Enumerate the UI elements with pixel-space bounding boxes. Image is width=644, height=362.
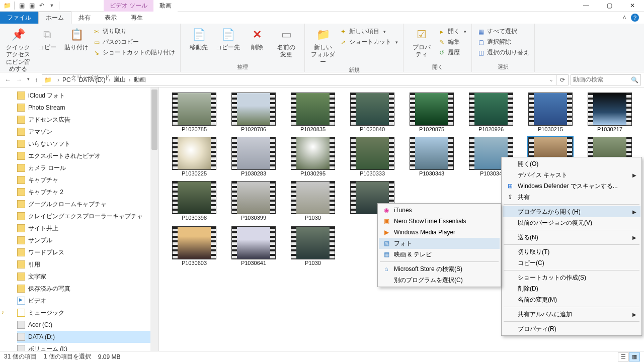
tree-item[interactable]: Photo Stream	[17, 102, 158, 114]
search-input[interactable]: 動画の検索 🔍	[571, 74, 641, 85]
ctx-copy[interactable]: コピー(C)	[503, 257, 640, 268]
view-details-button[interactable]: ☰	[618, 352, 629, 361]
ctx-share[interactable]: ⇪共有	[503, 192, 640, 203]
qat-dropdown-icon[interactable]: ▼	[48, 2, 56, 10]
openwith-photos[interactable]: ▧フォト	[379, 238, 500, 249]
tree-item[interactable]: いらないソフト	[17, 138, 158, 150]
ctx-send-to[interactable]: 送る(N)▶	[503, 232, 640, 243]
tree-item[interactable]: アドセンス広告	[17, 114, 158, 126]
ctx-add-to-shared-album[interactable]: 共有アルバムに追加▶	[503, 309, 640, 320]
ctx-create-shortcut[interactable]: ショートカットの作成(S)	[503, 272, 640, 283]
file-thumbnail[interactable]: P1030603	[169, 226, 219, 266]
tree-item[interactable]: カメラ ロール	[17, 162, 158, 174]
tab-home[interactable]: ホーム	[38, 12, 71, 24]
breadcrumb[interactable]: ›PC ›DATA (D:) ›嵐山 ›動画	[53, 75, 146, 84]
search-icon[interactable]: 🔍	[631, 76, 638, 83]
file-thumbnail[interactable]: P1030398	[169, 181, 219, 222]
help-icon[interactable]: ?	[631, 14, 639, 22]
properties-button[interactable]: ☑プロパ ティ	[408, 26, 436, 58]
tree-item[interactable]: キャプチャ	[17, 174, 158, 186]
forward-button[interactable]: →	[16, 76, 22, 83]
openwith-wmp[interactable]: ▶Windows Media Player	[379, 227, 500, 238]
back-button[interactable]: ←	[5, 76, 11, 83]
tree-item[interactable]: ビデオ	[17, 295, 158, 307]
tree-item[interactable]: アマゾン	[17, 126, 158, 138]
history-dropdown-icon[interactable]: ▾	[27, 76, 30, 83]
select-none-button[interactable]: ▢選択解除	[476, 37, 530, 47]
file-thumbnail[interactable]: P1030295	[288, 137, 338, 177]
qat-folder-icon[interactable]: ▣	[28, 2, 36, 10]
file-thumbnail[interactable]: P1030217	[585, 93, 635, 133]
file-thumbnail[interactable]: P1030399	[228, 181, 279, 222]
tree-item[interactable]: キャプチャ 2	[17, 186, 158, 198]
select-all-button[interactable]: ▦すべて選択	[476, 27, 530, 36]
tab-file[interactable]: ファイル	[0, 12, 38, 24]
tree-item[interactable]: 保存済みの写真	[17, 283, 158, 295]
tree-item[interactable]: 引用	[17, 258, 158, 270]
ctx-properties[interactable]: プロパティ(R)	[503, 323, 640, 334]
ctx-open[interactable]: 開く(O)	[503, 158, 640, 169]
tree-item[interactable]: DATA (D:)	[17, 331, 158, 343]
maximize-button[interactable]: ▢	[598, 0, 621, 12]
file-thumbnail[interactable]: P1030	[288, 226, 338, 266]
view-thumbnails-button[interactable]: ▦	[629, 352, 640, 361]
file-thumbnail[interactable]: P1030225	[169, 137, 219, 177]
copy-path-button[interactable]: ▭パスのコピー	[92, 37, 176, 47]
file-thumbnail[interactable]: P1030283	[228, 137, 279, 177]
history-button[interactable]: ↺履歴	[437, 48, 467, 57]
ctx-restore-version[interactable]: 以前のバージョンの復元(V)	[503, 217, 640, 228]
openwith-nero[interactable]: ▣Nero ShowTime Essentials	[379, 216, 500, 227]
paste-button[interactable]: 📋貼り付け	[62, 26, 91, 51]
breadcrumb-pc[interactable]: PC	[62, 76, 71, 83]
breadcrumb-drive[interactable]: DATA (D:)	[79, 76, 106, 83]
invert-selection-button[interactable]: ◫選択の切り替え	[476, 48, 530, 57]
tree-item[interactable]: ワードプレス	[17, 246, 158, 258]
tab-play[interactable]: 再生	[124, 12, 150, 24]
openwith-movies-tv[interactable]: ▦映画 & テレビ	[379, 249, 500, 260]
delete-button[interactable]: ✕削除	[243, 26, 271, 51]
new-shortcut-button[interactable]: ↗ショートカット▾	[338, 37, 399, 47]
breadcrumb-folder-2[interactable]: 動画	[134, 75, 146, 84]
tree-item[interactable]: サンプル	[17, 234, 158, 246]
contextual-tab-video-tools[interactable]: ビデオ ツール	[104, 0, 153, 12]
ctx-open-with[interactable]: プログラムから開く(H)▶	[503, 206, 640, 217]
file-thumbnail[interactable]: P1020785	[169, 93, 219, 133]
file-thumbnail[interactable]: P1020875	[407, 93, 457, 133]
openwith-choose[interactable]: 別のプログラムを選択(C)	[379, 275, 500, 286]
tree-item[interactable]: iCloud フォト	[17, 89, 158, 102]
nav-tree[interactable]: iCloud フォトPhoto Streamアドセンス広告アマゾンいらないソフト…	[0, 87, 159, 351]
tree-item[interactable]: サイト井上	[17, 222, 158, 234]
file-thumbnail[interactable]: P1030641	[228, 226, 279, 266]
up-button[interactable]: ↑	[35, 76, 38, 83]
tree-item[interactable]: Acer (C:)	[17, 319, 158, 331]
file-thumbnail[interactable]: P1020786	[228, 93, 279, 133]
undo-icon[interactable]: ↶	[38, 2, 46, 10]
new-item-button[interactable]: ✦新しい項目▾	[338, 27, 399, 36]
cut-button[interactable]: ✂切り取り	[92, 27, 176, 36]
move-to-button[interactable]: 📄移動先	[185, 26, 213, 51]
tree-item[interactable]: ボリューム (I:)	[17, 343, 158, 351]
rename-button[interactable]: ▭名前の 変更	[272, 26, 300, 58]
ctx-delete[interactable]: 削除(D)	[503, 283, 640, 294]
tree-item[interactable]: 文字家	[17, 270, 158, 283]
copy-to-button[interactable]: 📄コピー先	[214, 26, 242, 51]
collapse-ribbon-icon[interactable]: ᐱ	[623, 15, 626, 20]
ctx-device-cast[interactable]: デバイス キャスト▶	[503, 169, 640, 180]
file-thumbnail[interactable]: P1030343	[407, 137, 457, 177]
file-thumbnail[interactable]: P1030	[288, 181, 338, 222]
openwith-itunes[interactable]: ◉iTunes	[379, 205, 500, 216]
copy-button[interactable]: ⧉コピー	[33, 26, 61, 51]
file-thumbnail[interactable]: P1020835	[288, 93, 338, 133]
file-thumbnail[interactable]: P1020926	[466, 93, 516, 133]
tree-scrollbar[interactable]	[150, 87, 158, 351]
ctx-rename[interactable]: 名前の変更(M)	[503, 294, 640, 305]
tree-item[interactable]: エクスポートされたビデオ	[17, 150, 158, 162]
paste-shortcut-button[interactable]: ↘ショートカットの貼り付け	[92, 48, 176, 57]
minimize-button[interactable]: —	[575, 0, 598, 12]
refresh-button[interactable]: ⟳	[556, 75, 568, 85]
file-thumbnail[interactable]: P1030333	[347, 137, 397, 177]
tab-view[interactable]: 表示	[98, 12, 124, 24]
tree-item[interactable]: ミュージック	[17, 307, 158, 319]
open-button[interactable]: ▸開く▾	[437, 27, 467, 36]
ctx-defender-scan[interactable]: ⊞Windows Defender でスキャンする...	[503, 180, 640, 192]
